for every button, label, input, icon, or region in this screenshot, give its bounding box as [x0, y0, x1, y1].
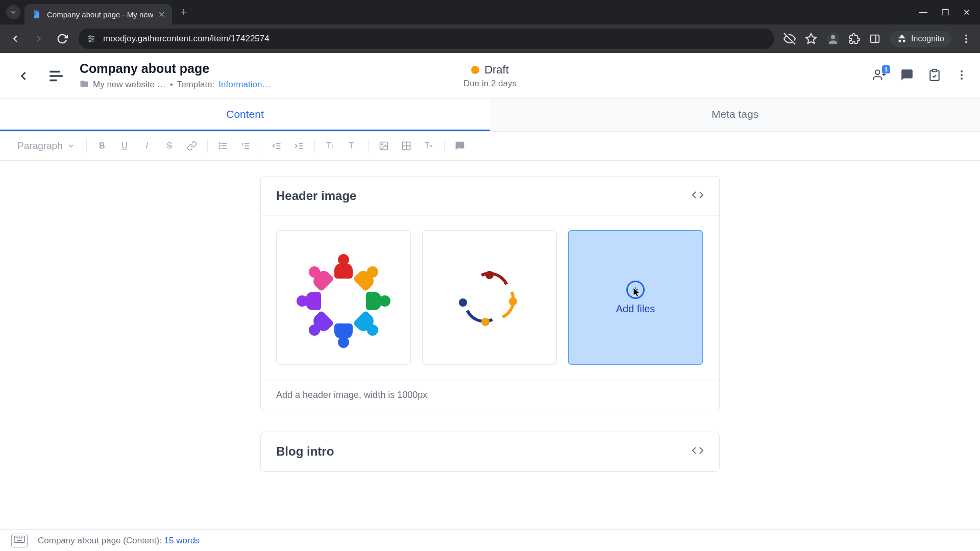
svg-point-20: [961, 70, 963, 72]
reload-button[interactable]: [55, 32, 69, 46]
new-tab-button[interactable]: +: [176, 4, 191, 21]
tab-favicon-icon: [32, 9, 42, 19]
editor-toolbar: Paragraph B U I S T↑ T↓ T×: [0, 132, 980, 161]
nav-forward-button[interactable]: [32, 32, 46, 46]
browser-menu-icon[interactable]: [961, 33, 972, 44]
site-settings-icon[interactable]: [87, 34, 96, 43]
template-link[interactable]: Information…: [218, 80, 271, 90]
svg-rect-10: [871, 35, 879, 43]
subscript-button[interactable]: T↓: [344, 137, 362, 155]
incognito-icon: [897, 34, 907, 44]
status-dot-icon: [471, 66, 479, 74]
breadcrumb-project[interactable]: My new website …: [93, 80, 166, 90]
add-files-button[interactable]: + Add files: [568, 230, 703, 365]
tab-strip: Company about page - My new ✕ + — ❐ ✕: [0, 0, 980, 24]
image-button[interactable]: [375, 137, 393, 155]
comments-button[interactable]: [900, 68, 914, 84]
close-window-button[interactable]: ✕: [963, 8, 970, 17]
underline-button[interactable]: U: [115, 137, 134, 155]
thumbnail-1[interactable]: [276, 230, 411, 365]
eye-off-icon[interactable]: [783, 33, 796, 45]
content-tabs: Content Meta tags: [0, 99, 980, 132]
svg-point-39: [382, 144, 383, 145]
svg-point-28: [219, 148, 220, 149]
tasks-button[interactable]: [928, 68, 941, 84]
ordered-list-button[interactable]: [236, 137, 255, 155]
svg-point-22: [961, 78, 963, 80]
people-button[interactable]: 1: [873, 68, 886, 84]
keyboard-icon[interactable]: [11, 534, 28, 547]
people-badge: 1: [882, 65, 890, 73]
cursor-icon: [631, 286, 643, 298]
svg-point-5: [89, 40, 91, 42]
svg-point-12: [965, 35, 967, 37]
svg-point-45: [18, 538, 18, 538]
outline-menu-button[interactable]: [45, 65, 67, 87]
svg-rect-43: [14, 536, 24, 543]
nav-back-button[interactable]: [8, 32, 22, 46]
svg-point-9: [831, 35, 836, 39]
strikethrough-button[interactable]: S: [160, 137, 179, 155]
status-block: Draft Due in 2 days: [463, 63, 517, 89]
header-image-card: Header image: [260, 176, 720, 411]
tab-title: Company about page - My new: [47, 10, 153, 19]
svg-point-47: [21, 538, 22, 538]
svg-marker-7: [806, 34, 816, 43]
browser-tab[interactable]: Company about page - My new ✕: [24, 4, 172, 24]
svg-point-18: [875, 70, 880, 74]
address-bar: moodjoy.gathercontent.com/item/17422574 …: [0, 24, 980, 53]
profile-avatar-icon[interactable]: [826, 32, 840, 45]
tab-close-icon[interactable]: ✕: [158, 10, 165, 19]
word-count[interactable]: 15 words: [164, 536, 200, 545]
url-text: moodjoy.gathercontent.com/item/17422574: [103, 34, 270, 44]
thumbnail-2[interactable]: [422, 230, 557, 365]
tab-content[interactable]: Content: [0, 99, 490, 131]
sidepanel-icon[interactable]: [869, 33, 880, 44]
comment-add-button[interactable]: [451, 137, 469, 155]
code-icon[interactable]: [692, 444, 704, 459]
plus-circle-icon: +: [626, 281, 645, 299]
link-button[interactable]: [183, 137, 201, 155]
svg-rect-19: [933, 69, 937, 71]
superscript-button[interactable]: T↑: [321, 137, 339, 155]
template-label: Template:: [177, 80, 215, 90]
incognito-label: Incognito: [911, 34, 944, 43]
status-label: Draft: [484, 63, 509, 77]
tab-meta-tags[interactable]: Meta tags: [490, 99, 980, 131]
clear-format-button[interactable]: T×: [420, 137, 438, 155]
url-field[interactable]: moodjoy.gathercontent.com/item/17422574: [79, 29, 774, 49]
incognito-badge[interactable]: Incognito: [890, 31, 951, 47]
svg-point-4: [92, 38, 93, 40]
window-controls: — ❐ ✕: [919, 8, 974, 17]
footer-doc-info: Company about page (Content): 15 words: [38, 536, 200, 546]
app-back-button[interactable]: [12, 65, 35, 87]
content-area[interactable]: Header image: [0, 161, 980, 529]
breadcrumb: My new website … • Template: Information…: [80, 79, 271, 91]
add-files-label: Add files: [616, 303, 655, 315]
svg-point-3: [89, 36, 91, 37]
minimize-button[interactable]: —: [919, 8, 927, 17]
paragraph-style-select[interactable]: Paragraph: [12, 137, 80, 155]
outdent-button[interactable]: [267, 137, 286, 155]
code-icon[interactable]: [692, 189, 704, 203]
due-text: Due in 2 days: [463, 79, 517, 89]
more-menu-button[interactable]: [955, 69, 968, 83]
italic-button[interactable]: I: [138, 137, 156, 155]
extensions-icon[interactable]: [849, 33, 860, 44]
status-row[interactable]: Draft: [471, 63, 509, 77]
address-actions: Incognito: [783, 31, 972, 47]
footer-bar: Company about page (Content): 15 words: [0, 529, 980, 551]
table-button[interactable]: [397, 137, 415, 155]
maximize-button[interactable]: ❐: [942, 8, 949, 17]
svg-point-27: [219, 145, 220, 146]
browser-chrome: Company about page - My new ✕ + — ❐ ✕ mo…: [0, 0, 980, 53]
blog-intro-card: Blog intro: [260, 432, 720, 472]
tab-search-button[interactable]: [6, 5, 20, 19]
bookmark-star-icon[interactable]: [805, 33, 817, 45]
bullet-list-button[interactable]: [214, 137, 232, 155]
indent-button[interactable]: [290, 137, 308, 155]
bold-button[interactable]: B: [93, 137, 111, 155]
svg-point-13: [965, 38, 967, 40]
card-title: Header image: [276, 189, 356, 203]
svg-point-44: [16, 538, 16, 538]
